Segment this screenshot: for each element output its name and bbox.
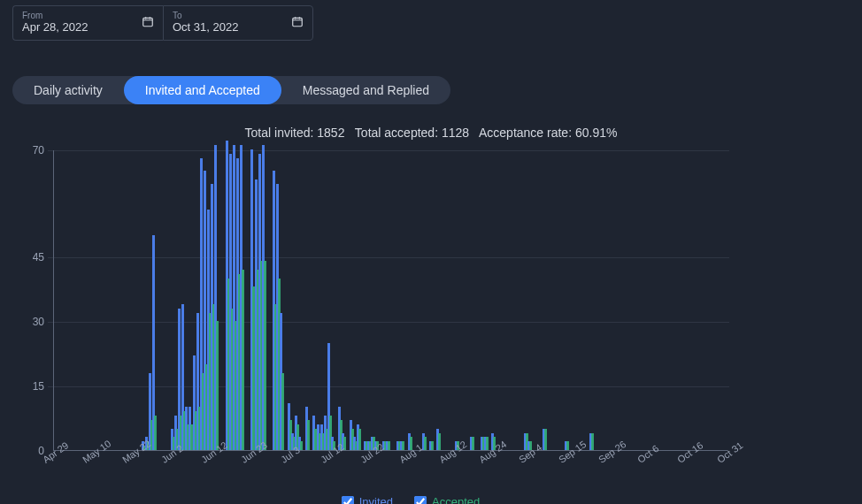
bar-accepted [402, 441, 404, 450]
bar-accepted [300, 441, 303, 450]
calendar-icon [291, 16, 304, 31]
bar-accepted [281, 373, 284, 450]
summary-stats: Total invited: 1852 Total accepted: 1128… [0, 126, 862, 140]
y-tick: 45 [33, 251, 44, 263]
bar-accepted [242, 270, 244, 450]
acceptance-rate-value: 60.91% [575, 126, 617, 140]
legend-invited-checkbox[interactable] [342, 496, 354, 505]
legend-accepted-checkbox[interactable] [414, 496, 427, 505]
date-from-field[interactable]: From Apr 28, 2022 [12, 5, 163, 41]
tab-daily-activity[interactable]: Daily activity [12, 76, 124, 104]
date-from-value: Apr 28, 2022 [22, 20, 154, 35]
total-invited-value: 1852 [317, 126, 344, 140]
tab-messaged-replied[interactable]: Messaged and Replied [281, 76, 450, 104]
bar-accepted [431, 441, 434, 450]
date-from-label: From [22, 11, 154, 20]
acceptance-rate-label: Acceptance rate: [479, 126, 572, 140]
legend-accepted[interactable]: Accepted [414, 495, 480, 504]
legend: Invited Accepted [12, 495, 809, 504]
bar-accepted [438, 433, 441, 450]
bar-accepted [307, 420, 310, 450]
bar-accepted [358, 429, 361, 450]
svg-rect-1 [293, 18, 303, 26]
plot-area [53, 150, 727, 451]
bar-accepted [216, 321, 219, 450]
legend-accepted-label: Accepted [432, 495, 480, 504]
y-axis: 015304570 [12, 150, 48, 451]
bar-accepted [264, 261, 266, 450]
total-invited-label: Total invited: [245, 126, 314, 140]
legend-invited-label: Invited [359, 495, 393, 504]
bar-accepted [154, 416, 157, 450]
calendar-icon [142, 16, 154, 31]
x-axis: Apr 29May 10May 22Jun 2Jun 12Jun 23Jul 3… [53, 453, 727, 488]
total-accepted-value: 1128 [442, 126, 469, 140]
y-tick: 70 [33, 144, 44, 157]
legend-invited[interactable]: Invited [342, 495, 393, 504]
date-to-value: Oct 31, 2022 [173, 20, 304, 35]
y-tick: 15 [33, 380, 44, 393]
bar-accepted [591, 433, 594, 450]
date-to-label: To [173, 11, 304, 20]
svg-rect-0 [143, 18, 153, 26]
tab-invited-accepted[interactable]: Invited and Accepted [124, 76, 281, 104]
date-range: From Apr 28, 2022 To Oct 31, 2022 [0, 0, 862, 46]
bar-accepted [424, 437, 427, 450]
date-to-field[interactable]: To Oct 31, 2022 [163, 5, 313, 41]
y-tick: 30 [33, 316, 44, 328]
tab-bar: Daily activity Invited and Accepted Mess… [12, 76, 450, 104]
bar-accepted [472, 437, 474, 450]
bar-accepted [388, 441, 390, 450]
total-accepted-label: Total accepted: [355, 126, 438, 140]
bar-accepted [544, 429, 547, 450]
